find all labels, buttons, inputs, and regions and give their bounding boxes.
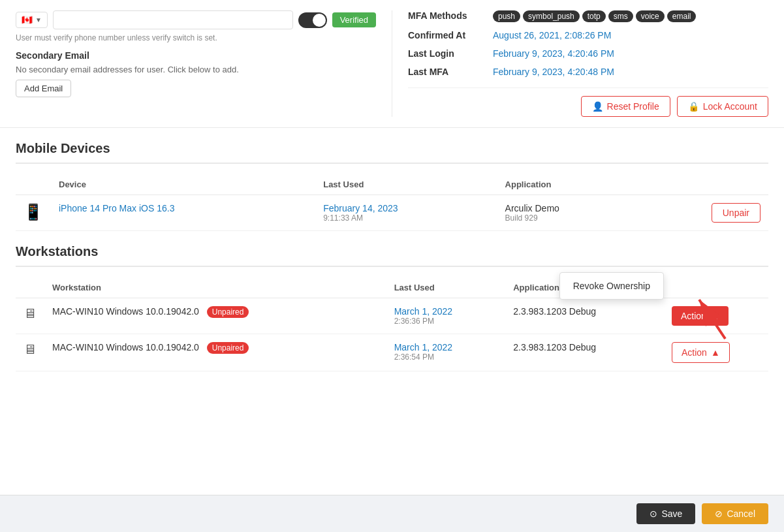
mobile-devices-table: Device Last Used Application 📱 iPhone 14… (16, 174, 768, 231)
red-arrow-indicator (680, 280, 732, 345)
last-mfa-value: February 9, 2023, 4:20:48 PM (493, 67, 614, 77)
mfa-methods-label: MFA Methods (408, 10, 493, 21)
cancel-button[interactable]: ⊘ Cancel (702, 503, 768, 524)
save-icon: ⊙ (650, 509, 657, 519)
device-app-sub: Build 929 (505, 213, 631, 223)
confirmed-at-label: Confirmed At (408, 30, 493, 40)
cancel-icon: ⊘ (715, 509, 723, 519)
reset-profile-button[interactable]: 👤 Reset Profile (581, 96, 670, 117)
ws-col-workstation: Workstation (44, 277, 386, 298)
phone-hint: User must verify phone number unless ver… (16, 33, 376, 42)
workstations-title: Workstations (16, 244, 768, 259)
col-application: Application (497, 174, 638, 195)
mfa-tag-push: push (493, 10, 520, 22)
ws-last-used-time: 2:36:54 PM (394, 352, 498, 362)
footer-bar: ⊙ Save ⊘ Cancel (0, 495, 784, 532)
mfa-tag-symbol-push: symbol_push (523, 10, 580, 22)
unpaired-badge: Unpaired (207, 306, 249, 318)
last-mfa-label: Last MFA (408, 67, 493, 77)
ws-app: 2.3.983.1203 Debug (513, 306, 596, 317)
mfa-tag-sms: sms (608, 10, 633, 22)
workstation-icon: 🖥 (24, 342, 37, 356)
col-last-used: Last Used (315, 174, 497, 195)
lock-account-button[interactable]: 🔒 Lock Account (677, 96, 768, 117)
col-device: Device (51, 174, 315, 195)
device-name-link[interactable]: iPhone 14 Pro Max iOS 16.3 (59, 203, 174, 213)
country-flag-button[interactable]: 🇨🇦 ▼ (16, 12, 48, 28)
table-row: 🖥 MAC-WIN10 Windows 10.0.19042.0 Unpaire… (16, 298, 768, 334)
unpaired-badge: Unpaired (207, 342, 249, 354)
workstations-table: Workstation Last Used Application 🖥 MAC-… (16, 277, 768, 371)
action-dropdown: Revoke Ownership (559, 272, 664, 300)
last-login-label: Last Login (408, 48, 493, 59)
table-row: 🖥 MAC-WIN10 Windows 10.0.19042.0 Unpaire… (16, 334, 768, 371)
ws-name: MAC-WIN10 Windows 10.0.19042.0 (52, 342, 199, 352)
ws-app: 2.3.983.1203 Debug (513, 342, 596, 352)
svg-line-1 (699, 300, 725, 339)
mobile-devices-title: Mobile Devices (16, 141, 768, 156)
device-last-used-date: February 14, 2023 (323, 203, 489, 213)
add-email-button[interactable]: Add Email (16, 80, 71, 97)
flag-icon: 🇨🇦 (22, 15, 33, 25)
unpair-button[interactable]: Unpair (712, 203, 760, 223)
ws-col-last-used: Last Used (386, 277, 506, 298)
table-row: 📱 iPhone 14 Pro Max iOS 16.3 February 14… (16, 195, 768, 231)
person-icon: 👤 (592, 101, 603, 112)
caret-up-icon: ▲ (711, 347, 720, 358)
last-login-value: February 9, 2023, 4:20:46 PM (493, 48, 614, 59)
verify-toggle[interactable] (298, 12, 327, 28)
mfa-tag-totp: totp (582, 10, 606, 22)
secondary-email-label: Secondary Email (16, 50, 376, 61)
ws-last-used-date: March 1, 2022 (394, 342, 498, 352)
save-button[interactable]: ⊙ Save (636, 503, 695, 524)
device-last-used-time: 9:11:33 AM (323, 213, 489, 223)
mfa-tags-container: push symbol_push totp sms voice email (493, 10, 696, 22)
no-secondary-email-text: No secondary email addresses for user. C… (16, 65, 376, 74)
ws-last-used-time: 2:36:36 PM (394, 317, 498, 326)
mfa-tag-email: email (667, 10, 697, 22)
phone-input[interactable] (53, 10, 293, 29)
revoke-ownership-item[interactable]: Revoke Ownership (560, 275, 663, 296)
verified-badge: Verified (332, 12, 376, 27)
mfa-tag-voice: voice (636, 10, 665, 22)
confirmed-at-value: August 26, 2021, 2:08:26 PM (493, 30, 611, 40)
ws-last-used-date: March 1, 2022 (394, 306, 498, 317)
lock-icon: 🔒 (688, 101, 699, 112)
mobile-device-icon: 📱 (24, 203, 43, 221)
device-app-name: Arculix Demo (505, 203, 631, 213)
ws-name: MAC-WIN10 Windows 10.0.19042.0 (52, 306, 199, 317)
workstation-icon: 🖥 (24, 306, 37, 321)
chevron-down-icon: ▼ (35, 16, 42, 23)
